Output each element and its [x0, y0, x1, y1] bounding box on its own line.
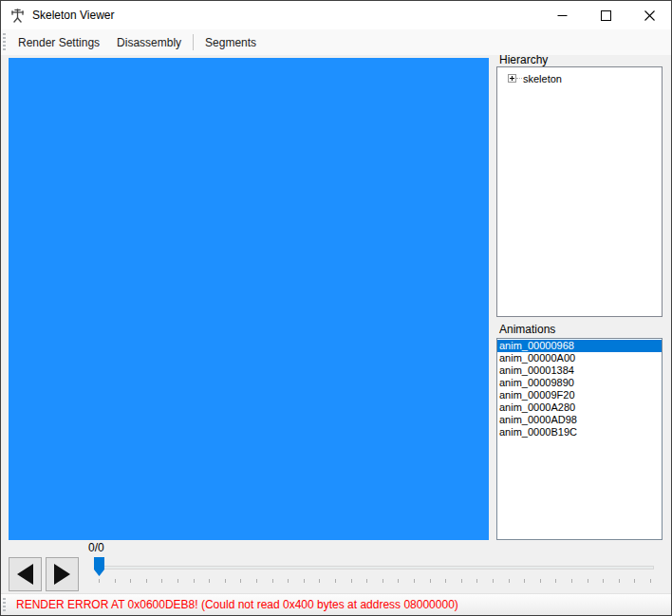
minimize-icon: [557, 10, 568, 21]
app-window: Skeleton Viewer Render Settings Disassem…: [0, 0, 672, 616]
list-item[interactable]: anim_00009F20: [497, 389, 662, 401]
window-controls: [540, 1, 671, 29]
animations-label: Animations: [499, 323, 555, 336]
prev-frame-button[interactable]: [9, 557, 42, 591]
minimize-button[interactable]: [540, 1, 584, 29]
list-item[interactable]: anim_00000A00: [497, 352, 662, 364]
frame-counter: 0/0: [88, 541, 104, 554]
expand-toggle-icon[interactable]: [508, 74, 516, 83]
hierarchy-tree[interactable]: skeleton: [496, 66, 663, 317]
menu-bar: Render Settings Disassembly Segments: [1, 29, 671, 55]
list-item[interactable]: anim_00009890: [497, 377, 662, 389]
status-bar: RENDER ERROR AT 0x0600DEB8! (Could not r…: [1, 593, 671, 615]
title-bar[interactable]: Skeleton Viewer: [1, 1, 671, 29]
list-item[interactable]: anim_0000B19C: [497, 426, 662, 439]
statusbar-grip: [3, 598, 6, 612]
slider-thumb[interactable]: [94, 557, 104, 576]
error-message: RENDER ERROR AT 0x0600DEB8! (Could not r…: [16, 598, 458, 611]
frame-slider[interactable]: [91, 555, 656, 586]
next-triangle-icon: [54, 564, 70, 585]
tree-node-label: skeleton: [523, 73, 562, 84]
next-frame-button[interactable]: [46, 557, 79, 591]
skeleton-app-icon: [9, 8, 26, 24]
close-button[interactable]: [627, 1, 671, 29]
menu-render-settings[interactable]: Render Settings: [9, 32, 108, 53]
prev-triangle-icon: [17, 564, 33, 585]
menu-segments[interactable]: Segments: [196, 32, 265, 53]
list-item[interactable]: anim_00000968: [497, 340, 662, 352]
toolbar-grip[interactable]: [3, 33, 6, 51]
window-title: Skeleton Viewer: [32, 9, 115, 22]
list-item[interactable]: anim_00001384: [497, 364, 662, 377]
tree-connector: [516, 78, 522, 79]
animations-list[interactable]: anim_00000968 anim_00000A00 anim_0000138…: [496, 338, 663, 540]
tree-node-skeleton[interactable]: skeleton: [508, 72, 662, 84]
menu-separator: [193, 34, 194, 50]
render-viewport[interactable]: [9, 58, 489, 540]
list-item[interactable]: anim_0000A280: [497, 401, 662, 414]
list-item[interactable]: anim_0000AD98: [497, 414, 662, 426]
slider-ticks: [99, 579, 653, 583]
maximize-icon: [601, 10, 611, 21]
close-icon: [644, 10, 655, 21]
maximize-button[interactable]: [584, 1, 627, 29]
hierarchy-label: Hierarchy: [499, 53, 548, 66]
menu-disassembly[interactable]: Disassembly: [108, 32, 190, 53]
slider-track[interactable]: [96, 566, 654, 569]
